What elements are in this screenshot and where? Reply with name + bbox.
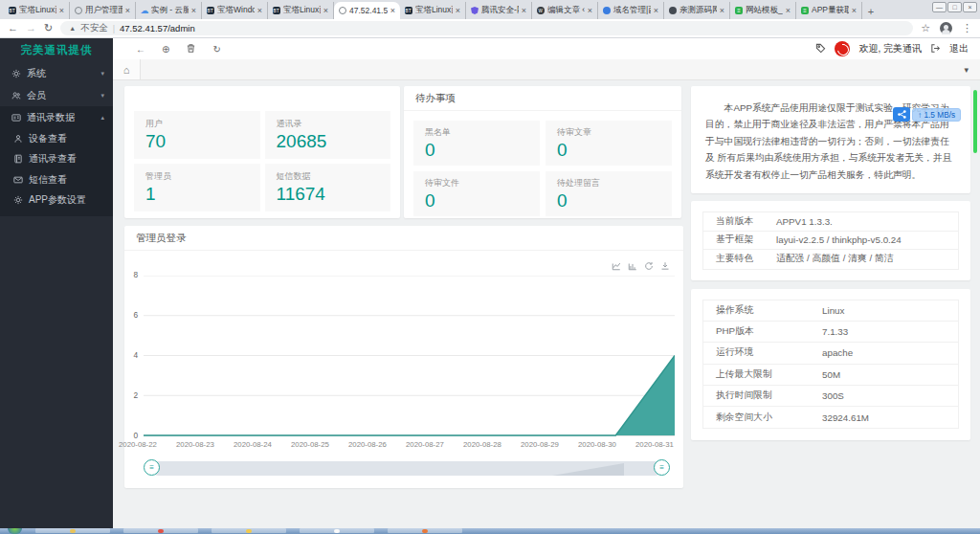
taskbar-item[interactable] <box>388 528 462 533</box>
warning-icon: ▲ <box>69 25 76 32</box>
logout-icon[interactable] <box>930 43 941 56</box>
back-icon[interactable]: ← <box>8 23 18 33</box>
chart-plot-area <box>144 276 675 435</box>
browser-tab[interactable]: 用户管理面板× <box>70 2 136 19</box>
browser-tab[interactable]: 宝塔Window× <box>202 2 268 19</box>
close-icon[interactable]: × <box>720 6 724 15</box>
todo-label: 待审文章 <box>557 126 660 139</box>
browser-tab[interactable]: 宝塔Linux面× <box>4 2 70 19</box>
sidebar-item-contacts-view[interactable]: 通讯录查看 <box>0 149 113 170</box>
back-icon[interactable]: ← <box>136 44 145 55</box>
page-scrollbar-thumb[interactable] <box>973 90 977 153</box>
datazoom-slider[interactable]: ≡ ≡ <box>151 461 662 476</box>
close-icon[interactable]: × <box>59 6 64 15</box>
table-row: 上传最大限制50M <box>703 365 958 386</box>
new-tab-button[interactable]: + <box>862 4 880 19</box>
user-avatar[interactable] <box>835 41 850 56</box>
sidebar-item-sms-view[interactable]: 短信查看 <box>0 169 113 190</box>
close-icon[interactable]: × <box>654 6 658 15</box>
tabbar-dropdown-icon[interactable]: ▾ <box>964 65 980 75</box>
sidebar-item-contacts-data[interactable]: 通讯录数据 ▴ <box>0 106 113 128</box>
profile-avatar-icon[interactable] <box>940 22 952 34</box>
close-icon[interactable]: × <box>191 6 196 15</box>
close-icon[interactable]: × <box>323 6 328 15</box>
browser-tab[interactable]: 宝塔Linux面× <box>268 2 334 19</box>
bookmark-star-icon[interactable]: ☆ <box>921 23 930 33</box>
datazoom-left-handle[interactable]: ≡ <box>144 459 160 476</box>
browser-tab[interactable]: 宝塔Linux面× <box>400 2 466 19</box>
close-icon[interactable]: × <box>257 6 262 15</box>
row-value: apache <box>822 347 853 358</box>
reload-icon[interactable]: ↻ <box>44 23 53 33</box>
restore-button[interactable]: □ <box>947 2 962 12</box>
security-label[interactable]: 不安全 <box>80 22 108 34</box>
minimize-button[interactable]: — <box>932 2 947 12</box>
workspace-tabbar: ⌂ ▾ <box>113 59 980 80</box>
y-tick: 8 <box>133 270 138 279</box>
taskbar-item[interactable] <box>35 528 110 533</box>
row-label: 当前版本 <box>703 215 776 228</box>
refresh-icon[interactable]: ↻ <box>212 44 220 55</box>
browser-tab[interactable]: 亲测源码网× <box>664 2 730 19</box>
taskbar-item[interactable] <box>123 528 198 533</box>
row-label: 操作系统 <box>703 304 822 317</box>
forward-icon[interactable]: → <box>26 23 36 33</box>
chart-svg <box>144 276 675 436</box>
chart-toolbox <box>612 257 670 275</box>
system-info-card: 操作系统Linux PHP版本7.1.33 运行环境apache 上传最大限制5… <box>691 289 970 440</box>
datazoom-right-handle[interactable]: ≡ <box>654 459 670 476</box>
row-label: 剩余空间大小 <box>703 412 822 424</box>
bt-panel-icon <box>273 7 280 14</box>
home-tab[interactable]: ⌂ <box>113 59 141 79</box>
url-bar[interactable]: ▲ 不安全 | 47.52.41.57/admin <box>60 21 913 35</box>
header-actions: ← ⊕ ↻ <box>113 43 221 56</box>
todo-label: 待处理留言 <box>557 177 660 189</box>
close-icon[interactable]: × <box>522 6 526 15</box>
theme-tag-icon[interactable] <box>815 43 826 56</box>
logout-button[interactable]: 退出 <box>949 42 969 56</box>
clear-cache-trash-icon[interactable] <box>186 43 196 56</box>
browser-tab[interactable]: APP量获取× <box>796 2 862 19</box>
start-button[interactable] <box>8 528 22 534</box>
magic-line-icon[interactable] <box>612 257 621 275</box>
globe-icon <box>75 7 82 14</box>
tab-title: 宝塔Window <box>217 5 255 16</box>
browser-tab[interactable]: 腾讯安全-网× <box>466 2 532 19</box>
tab-title: 实例 - 云服 <box>151 5 189 16</box>
browser-tab[interactable]: ☁实例 - 云服× <box>136 2 202 19</box>
download-icon[interactable] <box>660 257 670 275</box>
close-icon[interactable]: × <box>786 6 791 15</box>
green-site-icon <box>735 7 743 14</box>
restore-icon[interactable] <box>644 257 654 275</box>
taskbar-item[interactable] <box>300 528 374 533</box>
sidebar-item-system[interactable]: 系统 ▾ <box>0 62 113 84</box>
close-icon[interactable]: × <box>125 6 130 15</box>
window-close-button[interactable]: × <box>963 2 977 12</box>
close-icon[interactable]: × <box>390 6 395 15</box>
url-divider: | <box>113 24 115 33</box>
sidebar-item-app-settings[interactable]: APP参数设置 <box>0 190 113 211</box>
row-value: 32924.61M <box>822 412 869 423</box>
browser-tab[interactable]: 编辑文章 ‹× <box>532 2 598 19</box>
browser-tab[interactable]: 域名管理|西× <box>598 2 664 19</box>
magic-bar-icon[interactable] <box>628 257 637 275</box>
table-row: 基于框架layui-v2.2.5 / thinkphp-v5.0.24 <box>703 232 958 251</box>
sidebar-item-device-view[interactable]: 设备查看 <box>0 128 113 149</box>
locate-icon[interactable]: ⊕ <box>162 44 169 55</box>
y-tick: 6 <box>133 310 138 320</box>
network-speed-widget[interactable]: ↑ 1.5 MB/s <box>893 107 961 122</box>
kebab-menu-icon[interactable]: ⋮ <box>962 23 972 33</box>
welcome-text: 欢迎, 完美通讯 <box>858 42 922 56</box>
tab-title: 宝塔Linux面 <box>283 5 321 16</box>
close-icon[interactable]: × <box>588 6 592 15</box>
sidebar-item-members[interactable]: 会员 ▾ <box>0 84 113 106</box>
table-row: 主要特色适配强 / 高颜值 / 清爽 / 简洁 <box>703 250 958 269</box>
gridlines <box>144 276 675 395</box>
sidebar-item-label: APP参数设置 <box>29 193 86 207</box>
browser-tab-active[interactable]: 47.52.41.57/× <box>334 2 400 19</box>
close-icon[interactable]: × <box>852 6 857 15</box>
taskbar-item[interactable] <box>212 528 286 533</box>
url-text[interactable]: 47.52.41.57/admin <box>120 23 195 33</box>
close-icon[interactable]: × <box>456 6 460 15</box>
browser-tab[interactable]: 网站模板_网× <box>730 2 796 19</box>
